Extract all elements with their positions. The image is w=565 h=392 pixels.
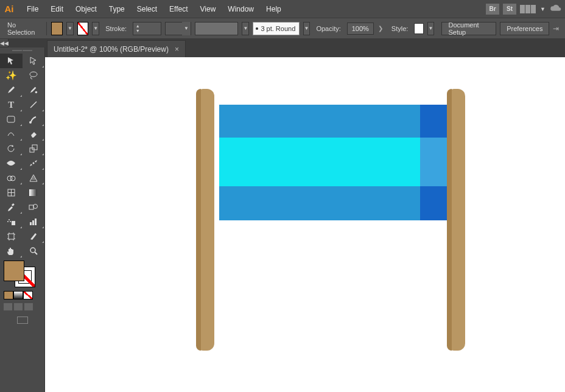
blend-tool[interactable] bbox=[23, 200, 45, 214]
fill-dropdown[interactable]: ▼ bbox=[66, 22, 74, 35]
svg-point-14 bbox=[33, 205, 38, 209]
slice-tool[interactable] bbox=[23, 229, 45, 243]
control-overflow-icon[interactable]: ⇥ bbox=[553, 24, 560, 33]
draw-mode-row bbox=[4, 303, 41, 310]
stock-button[interactable]: St bbox=[503, 4, 516, 15]
gpu-icon[interactable] bbox=[549, 4, 563, 15]
brush-definition[interactable] bbox=[195, 22, 238, 35]
selection-tool[interactable] bbox=[0, 54, 23, 68]
stroke-swatch[interactable] bbox=[77, 22, 89, 35]
svg-point-16 bbox=[9, 219, 10, 220]
direct-selection-tool[interactable] bbox=[23, 54, 45, 68]
width-tool[interactable] bbox=[0, 156, 23, 170]
svg-point-23 bbox=[30, 248, 35, 253]
svg-line-24 bbox=[35, 252, 37, 254]
svg-rect-20 bbox=[32, 220, 34, 225]
stroke-dropdown[interactable]: ▼ bbox=[92, 22, 99, 35]
close-tab-icon[interactable]: × bbox=[175, 45, 179, 54]
free-transform-tool[interactable] bbox=[23, 156, 45, 170]
line-tool[interactable] bbox=[23, 97, 45, 112]
menu-help[interactable]: Help bbox=[260, 0, 287, 18]
menu-object[interactable]: Object bbox=[69, 0, 103, 18]
shape-builder-tool[interactable] bbox=[0, 170, 23, 185]
svg-rect-11 bbox=[29, 189, 37, 196]
draw-normal[interactable] bbox=[4, 303, 12, 310]
rectangle-tool[interactable] bbox=[0, 112, 23, 127]
brush-tool[interactable] bbox=[23, 112, 45, 127]
panel-gripper[interactable] bbox=[0, 47, 44, 54]
zoom-tool[interactable] bbox=[23, 243, 45, 258]
panel-collapse-button[interactable]: ◀◀ bbox=[0, 39, 9, 47]
app-logo: Ai bbox=[2, 2, 16, 16]
svg-rect-22 bbox=[9, 234, 14, 239]
menu-type[interactable]: Type bbox=[103, 0, 131, 18]
menu-view[interactable]: View bbox=[194, 0, 222, 18]
fill-swatch[interactable] bbox=[51, 22, 63, 35]
hand-tool[interactable] bbox=[0, 243, 23, 258]
brush-dropdown[interactable]: ▼ bbox=[242, 22, 249, 35]
menu-window[interactable]: Window bbox=[222, 0, 260, 18]
gradient-tool[interactable] bbox=[23, 185, 45, 200]
stroke-label: Stroke: bbox=[103, 24, 129, 33]
svg-rect-21 bbox=[35, 219, 37, 225]
graph-tool[interactable] bbox=[23, 214, 45, 229]
document-tab[interactable]: Untitled-2* @ 100% (RGB/Preview) × bbox=[47, 40, 186, 57]
color-mode-gradient[interactable] bbox=[13, 291, 23, 299]
style-dropdown[interactable]: ▼ bbox=[427, 22, 435, 35]
svg-rect-13 bbox=[29, 205, 33, 209]
menu-file[interactable]: File bbox=[21, 0, 44, 18]
pen-tool[interactable] bbox=[0, 83, 23, 97]
shaper-tool[interactable] bbox=[0, 127, 23, 141]
chevron-down-icon: ▼ bbox=[540, 6, 546, 12]
svg-point-7 bbox=[32, 163, 34, 164]
perspective-tool[interactable] bbox=[23, 170, 45, 185]
svg-rect-3 bbox=[7, 116, 15, 122]
eraser-tool[interactable] bbox=[23, 127, 45, 141]
artboard-tool[interactable] bbox=[0, 229, 23, 243]
stroke-weight-input[interactable]: ▲▼ bbox=[133, 22, 161, 35]
fill-stroke-indicator[interactable] bbox=[0, 258, 44, 326]
lasso-tool[interactable] bbox=[23, 68, 45, 83]
draw-behind[interactable] bbox=[14, 303, 23, 310]
graphic-style-swatch[interactable] bbox=[414, 23, 423, 34]
selection-status: No Selection bbox=[5, 20, 41, 37]
svg-rect-6 bbox=[32, 145, 37, 150]
left-post-shape bbox=[196, 89, 214, 351]
svg-point-9 bbox=[10, 176, 15, 181]
color-mode-none[interactable] bbox=[23, 291, 33, 299]
stroke-profile-select[interactable]: 3 pt. Round bbox=[253, 22, 299, 35]
screen-mode-button[interactable] bbox=[17, 317, 28, 324]
menu-select[interactable]: Select bbox=[131, 0, 163, 18]
type-tool[interactable]: T bbox=[0, 97, 23, 112]
control-bar: No Selection ▼ ▼ Stroke: ▲▼ ▼ ▼ 3 pt. Ro… bbox=[0, 18, 565, 39]
stroke-profile-dropdown[interactable]: ▼ bbox=[303, 22, 311, 35]
bridge-button[interactable]: Br bbox=[486, 4, 499, 15]
scale-tool[interactable] bbox=[23, 141, 45, 156]
document-tab-label: Untitled-2* @ 100% (RGB/Preview) bbox=[54, 45, 169, 54]
svg-rect-15 bbox=[12, 221, 15, 225]
arrange-documents-button[interactable] bbox=[520, 5, 536, 13]
color-mode-solid[interactable] bbox=[4, 291, 13, 299]
document-setup-button[interactable]: Document Setup bbox=[441, 22, 496, 35]
mesh-tool[interactable] bbox=[0, 185, 23, 200]
magic-wand-tool[interactable]: ✨ bbox=[0, 68, 23, 83]
svg-line-2 bbox=[30, 102, 37, 108]
opacity-input[interactable]: 100% bbox=[347, 23, 374, 35]
symbol-sprayer-tool[interactable] bbox=[0, 214, 23, 229]
variable-width-profile[interactable]: ▼ bbox=[165, 22, 191, 35]
right-post-shape bbox=[447, 89, 465, 351]
curvature-tool[interactable] bbox=[23, 83, 45, 97]
menu-effect[interactable]: Effect bbox=[163, 0, 194, 18]
fill-color-swatch[interactable] bbox=[4, 261, 24, 281]
style-label: Style: bbox=[389, 24, 411, 33]
draw-inside[interactable] bbox=[24, 303, 33, 310]
svg-rect-19 bbox=[30, 222, 32, 225]
menu-edit[interactable]: Edit bbox=[44, 0, 69, 18]
preferences-button[interactable]: Preferences bbox=[500, 22, 549, 35]
artboard-canvas[interactable] bbox=[45, 57, 565, 392]
tools-panel: ✨ T bbox=[0, 47, 45, 392]
eyedropper-tool[interactable] bbox=[0, 200, 23, 214]
rotate-tool[interactable] bbox=[0, 141, 23, 156]
opacity-flyout[interactable]: ❯ bbox=[376, 25, 385, 32]
menubar: Ai File Edit Object Type Select Effect V… bbox=[0, 0, 565, 18]
